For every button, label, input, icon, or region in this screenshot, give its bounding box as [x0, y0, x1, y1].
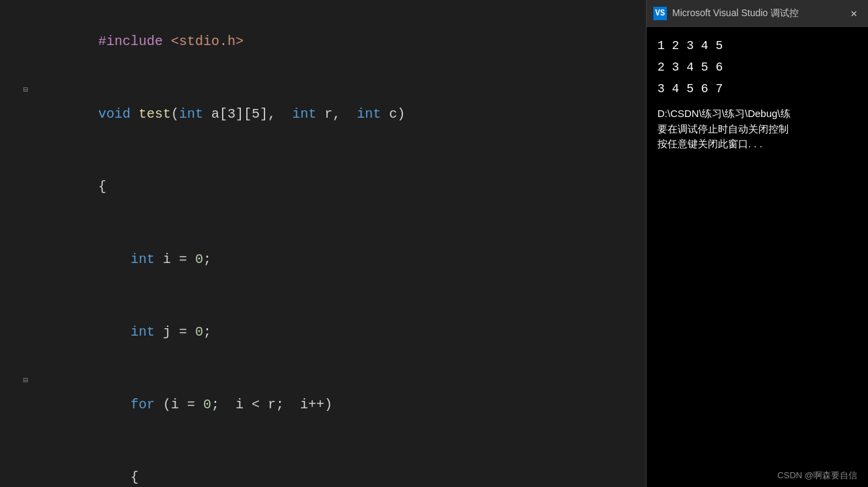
- code-line-4: int i = 0;: [0, 223, 646, 296]
- code-editor: #include <stdio.h> ⊟ void test(int a[3][…: [0, 0, 646, 487]
- code-line-7: {: [0, 441, 646, 487]
- collapse-6[interactable]: ⊟: [20, 369, 31, 393]
- console-title: Microsoft Visual Studio 调试控: [672, 7, 799, 20]
- line-content-7: {: [31, 441, 646, 487]
- line-content-5: int j = 0;: [31, 296, 646, 369]
- console-output-line-2: 2 3 4 5 6: [657, 57, 857, 78]
- console-output-line-3: 3 4 5 6 7: [657, 78, 857, 100]
- code-line-1: #include <stdio.h>: [0, 5, 646, 78]
- console-close-button[interactable]: ✕: [846, 5, 861, 22]
- console-header-left: VS Microsoft Visual Studio 调试控: [653, 7, 799, 20]
- code-line-3: {: [0, 151, 646, 223]
- console-footer: CSDN @啊森要自信: [647, 464, 868, 487]
- line-content-6: for (i = 0; i < r; i++): [31, 369, 646, 441]
- console-body: 1 2 3 4 5 2 3 4 5 6 3 4 5 6 7 D:\CSDN\练习…: [647, 27, 868, 464]
- console-path-text: D:\CSDN\练习\练习\Debug\练要在调试停止时自动关闭控制按任意键关闭…: [657, 106, 857, 152]
- line-content-2: void test(int a[3][5], int r, int c): [31, 78, 646, 151]
- line-content-1: #include <stdio.h>: [31, 5, 646, 78]
- line-content-4: int i = 0;: [31, 223, 646, 296]
- line-content-3: {: [31, 151, 646, 223]
- code-line-6: ⊟ for (i = 0; i < r; i++): [0, 369, 646, 441]
- code-line-2: ⊟ void test(int a[3][5], int r, int c): [0, 78, 646, 151]
- console-panel: VS Microsoft Visual Studio 调试控 ✕ 1 2 3 4…: [646, 0, 868, 487]
- code-line-5: int j = 0;: [0, 296, 646, 369]
- collapse-2[interactable]: ⊟: [20, 78, 31, 102]
- console-output-line-1: 1 2 3 4 5: [657, 35, 857, 57]
- vs-icon: VS: [653, 7, 667, 20]
- console-header: VS Microsoft Visual Studio 调试控 ✕: [647, 0, 868, 27]
